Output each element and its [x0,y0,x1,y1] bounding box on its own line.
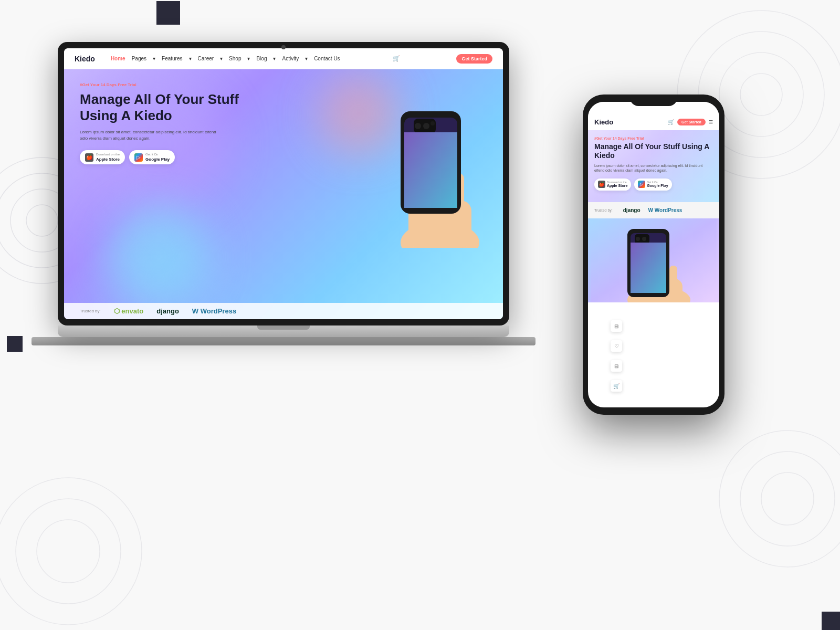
laptop-hero-content: #Get Your 14 Days Free Trial Manage All … [80,82,264,164]
laptop-hero-description: Lorem ipsum dolor sit amet, consectetur … [80,129,222,142]
svg-point-28 [423,123,429,129]
phone-free-trial-tag: #Get Your 14 Days Free Trial [594,136,713,140]
svg-point-12 [740,452,835,546]
svg-rect-17 [822,612,840,630]
nav-home: Home [111,56,125,61]
side-icon-3: ⊟ [611,360,622,372]
phone-screen: Kiedo 🛒 Get Started ≡ #Get Your 14 Days … [588,102,719,407]
nav-career: Career [198,56,214,61]
phone-django-logo: django [623,207,640,213]
phone-side-icons: ⊟ ♡ ⊟ 🛒 [611,320,622,392]
laptop-screen-content: Kiedo Home Pages ▾ Features ▾ Career ▾ S… [64,48,503,319]
nav-blog: Blog [256,56,267,61]
phone-notch [630,94,677,106]
laptop-free-trial-tag: #Get Your 14 Days Free Trial [80,82,264,87]
phone-trusted-label: Trusted by: [594,208,613,212]
side-icon-2: ♡ [611,340,622,352]
side-icon-1: ⊟ [611,320,622,332]
laptop-base [58,326,509,337]
apple-icon: 🍎 [85,153,93,162]
laptop-nav-links: Home Pages ▾ Features ▾ Career ▾ Shop ▾ … [111,56,340,61]
svg-point-42 [642,237,646,241]
google-play-icon: ▷ [134,153,143,162]
laptop-hero-section: #Get Your 14 Days Free Trial Manage All … [64,69,503,319]
laptop-apple-store-text: Download on the Apple Store [96,153,120,162]
svg-point-11 [719,430,840,567]
laptop-wordpress-logo: W WordPress [192,307,236,315]
laptop-envato-logo: ⬡ envato [114,307,144,315]
laptop-apple-store-btn[interactable]: 🍎 Download on the Apple Store [80,150,125,164]
svg-rect-14 [156,1,180,25]
laptop-hero-title: Manage All Of Your Stuff Using A Kiedo [80,91,264,124]
nav-activity: Activity [282,56,299,61]
side-icon-4: 🛒 [611,380,622,392]
phone-apple-text: Download on the Apple Store [607,181,627,188]
laptop-trusted-label: Trusted by: [80,309,101,313]
phone-google-icon: ▷ [638,181,645,188]
laptop-get-started-btn[interactable]: Get Started [456,54,492,64]
phone-menu-icon[interactable]: ≡ [709,118,713,126]
nav-shop: Shop [229,56,241,61]
nav-features: Features [162,56,182,61]
svg-point-13 [761,472,814,525]
svg-point-27 [415,123,421,129]
phone-mockup: Kiedo 🛒 Get Started ≡ #Get Your 14 Days … [583,94,724,415]
svg-point-41 [636,237,640,241]
svg-rect-30 [404,132,457,208]
svg-point-8 [0,478,142,625]
nav-pages: Pages [132,56,146,61]
phone-hero-image-area [588,218,719,302]
svg-point-7 [740,74,782,116]
svg-rect-37 [669,266,677,286]
svg-rect-15 [7,336,23,352]
phone-hero-title: Manage All Of Your Stuff Using A Kiedo [594,142,713,160]
svg-point-9 [16,499,121,604]
website-navbar: Kiedo Home Pages ▾ Features ▾ Career ▾ S… [64,48,503,69]
svg-point-6 [719,52,803,136]
svg-point-10 [37,520,100,583]
laptop-screen: Kiedo Home Pages ▾ Features ▾ Career ▾ S… [58,42,509,326]
laptop-trusted-section: Trusted by: ⬡ envato django W WordPress [64,303,503,319]
phone-trusted-logos: django W WordPress [623,207,682,213]
phone-outer-frame: Kiedo 🛒 Get Started ≡ #Get Your 14 Days … [583,94,724,415]
laptop-google-play-text: Get It On Google Play [145,153,170,162]
phone-navbar: Kiedo 🛒 Get Started ≡ [588,102,719,130]
laptop-site-logo: Kiedo [75,55,95,63]
laptop-google-play-btn[interactable]: ▷ Get It On Google Play [129,150,175,164]
svg-rect-43 [631,243,666,293]
laptop-mockup: Kiedo Home Pages ▾ Features ▾ Career ▾ S… [58,42,530,378]
phone-store-buttons: 🍎 Download on the Apple Store ▷ Get It O… [594,178,713,190]
phone-get-started-btn[interactable]: Get Started [677,119,706,125]
phone-wordpress-logo: W WordPress [648,207,682,213]
laptop-hinge [257,326,310,330]
phone-apple-store-btn[interactable]: 🍎 Download on the Apple Store [594,178,631,190]
laptop-store-buttons: 🍎 Download on the Apple Store ▷ Get It O… [80,150,264,164]
laptop-hero-phone-illustration [372,80,487,248]
hero-blob-2 [106,204,211,309]
phone-apple-icon: 🍎 [598,181,605,188]
phone-trusted-section: Trusted by: django W WordPress [588,202,719,218]
svg-point-29 [430,121,435,125]
phone-google-play-btn[interactable]: ▷ Get It On Google Play [634,178,671,190]
laptop-feet [32,337,536,345]
laptop-camera [281,45,286,49]
phone-hero-section: #Get Your 14 Days Free Trial Manage All … [588,130,719,202]
laptop-django-logo: django [156,307,179,315]
phone-site-logo: Kiedo [594,118,668,126]
nav-contact: Contact Us [314,56,340,61]
phone-hero-description: Lorem ipsum dolor sit amet, consectetur … [594,163,713,174]
phone-google-text: Get It On Google Play [647,181,668,188]
svg-point-3 [26,205,58,236]
